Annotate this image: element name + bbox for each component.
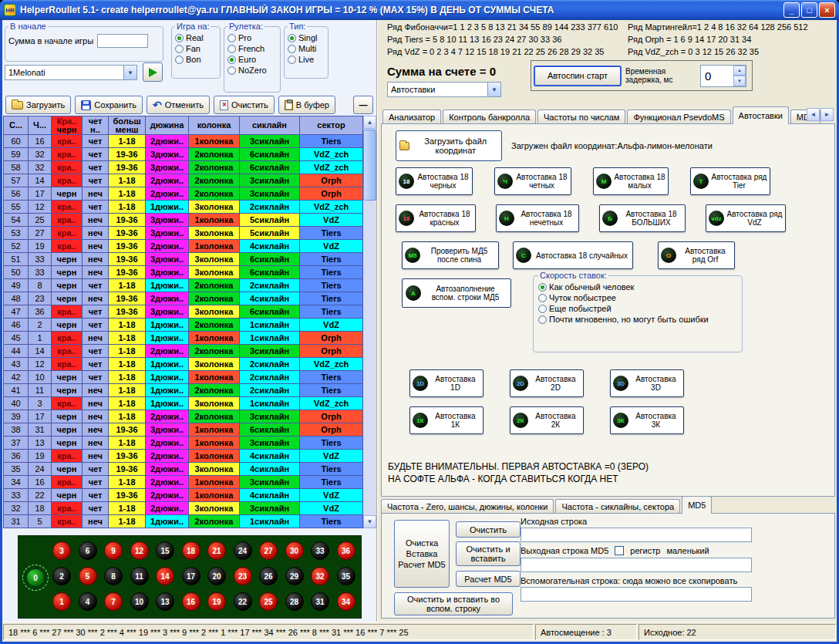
board-number-29[interactable]: 29 (285, 567, 304, 585)
board-number-28[interactable]: 28 (285, 592, 304, 611)
board-number-31[interactable]: 31 (311, 592, 329, 611)
board-number-15[interactable]: 15 (156, 541, 174, 560)
board-number-33[interactable]: 33 (311, 541, 329, 560)
radio-speed-option[interactable]: Еще побыстрей (538, 304, 737, 313)
board-number-9[interactable]: 9 (104, 541, 123, 560)
board-number-16[interactable]: 16 (182, 592, 200, 611)
board-number-36[interactable]: 36 (337, 541, 355, 560)
scroll-down-icon[interactable]: ▼ (363, 515, 376, 528)
autobet-button[interactable]: 3КАвтоставка 3К (610, 406, 684, 434)
radio-dot[interactable] (175, 56, 184, 64)
radio-dot[interactable] (288, 34, 296, 42)
radio-type-option[interactable]: Multi (288, 44, 325, 53)
board-number-22[interactable]: 22 (234, 592, 252, 611)
radio-game-option[interactable]: Fan (175, 44, 217, 53)
board-number-27[interactable]: 27 (259, 541, 278, 560)
board-number-3[interactable]: 3 (52, 541, 71, 560)
radio-dot[interactable] (227, 66, 236, 75)
autofill-md5-button[interactable]: A Автозаполнение вспом. строки МД5 (402, 278, 511, 308)
tab-scroll-right-icon[interactable]: ► (820, 108, 834, 121)
tab-Автоставки[interactable]: Автоставки (733, 106, 789, 124)
autobet-button[interactable]: МАвтоставка 18 малых (593, 167, 669, 195)
radio-game-option[interactable]: Bon (175, 55, 217, 64)
spinner-down-icon[interactable]: ▼ (733, 76, 746, 86)
radio-dot[interactable] (538, 294, 547, 302)
md5-helper-input[interactable] (521, 587, 752, 602)
board-number-34[interactable]: 34 (337, 592, 355, 611)
tab-Функционал PsevdoMS[interactable]: Функционал PsevdoMS (627, 110, 730, 124)
autobet-button[interactable]: ТАвтоставка ряд Tier (690, 167, 770, 195)
autobet-button[interactable]: 2DАвтоставка 2D (510, 369, 584, 397)
tab-Анализатор[interactable]: Анализатор (382, 110, 441, 124)
radio-dot[interactable] (538, 315, 547, 324)
autobet-button[interactable]: БАвтоставка 18 БОЛЬШИХ (599, 204, 686, 232)
autobet-button[interactable]: 1DАвтоставка 1D (409, 369, 484, 397)
radio-dot[interactable] (227, 45, 236, 53)
md5-source-input[interactable] (521, 528, 752, 542)
board-number-4[interactable]: 4 (79, 592, 97, 611)
autobet-button[interactable]: 1КАвтоставка 1К (409, 406, 484, 434)
board-number-11[interactable]: 11 (130, 567, 149, 585)
board-number-17[interactable]: 17 (182, 567, 200, 585)
tab-scroll-left-icon[interactable]: ◄ (807, 108, 820, 121)
collapse-button[interactable]: — (353, 96, 373, 114)
scrollbar-thumb[interactable] (363, 130, 376, 201)
scroll-up-icon[interactable]: ▲ (363, 116, 376, 129)
tab-Контроль банкролла[interactable]: Контроль банкролла (443, 110, 536, 124)
autobet-button[interactable]: 2КАвтоставка 2К (510, 406, 584, 434)
radio-type-option[interactable]: Live (288, 55, 325, 64)
board-number-18[interactable]: 18 (182, 541, 200, 560)
radio-dot[interactable] (538, 283, 547, 292)
autobets-select[interactable]: Автоставки ▼ (387, 82, 501, 97)
md5-clear-button[interactable]: Очистить (456, 521, 521, 538)
md5-output-input[interactable] (521, 558, 752, 572)
register-checkbox[interactable] (615, 546, 624, 555)
radio-speed-option[interactable]: Как обычный человек (538, 282, 737, 292)
md5-clear-insert-button[interactable]: Очистить и вставить во вспом. строку (394, 592, 513, 615)
radio-dot[interactable] (175, 45, 184, 53)
save-button[interactable]: Сохранить (75, 96, 143, 114)
profile-select[interactable]: 1Melonati ▼ (5, 65, 137, 80)
maximize-button[interactable]: □ (801, 2, 817, 18)
radio-wheel-option[interactable]: French (227, 44, 277, 53)
start-sum-input[interactable] (97, 34, 148, 48)
subtab-Частота - Zero, шансы, дюжины, колонки[interactable]: Частота - Zero, шансы, дюжины, колонки (381, 499, 554, 514)
radio-type-option[interactable]: Singl (288, 33, 325, 42)
board-number-35[interactable]: 35 (337, 567, 355, 585)
board-number-21[interactable]: 21 (207, 541, 226, 560)
folder-button[interactable]: Загрузить (5, 96, 71, 114)
board-number-12[interactable]: 12 (130, 541, 149, 560)
tab-Частоты по числам[interactable]: Частоты по числам (537, 110, 625, 124)
play-button[interactable] (143, 62, 163, 82)
board-number-30[interactable]: 30 (285, 541, 304, 560)
radio-wheel-option[interactable]: NoZero (227, 66, 277, 75)
board-number-13[interactable]: 13 (156, 592, 174, 611)
autobet-button[interactable]: САвтоставка 18 случайных (513, 241, 633, 269)
clear-button[interactable]: Очистить (214, 96, 275, 114)
radio-dot[interactable] (288, 56, 296, 64)
board-number-25[interactable]: 25 (259, 592, 278, 611)
minimize-button[interactable]: _ (783, 2, 800, 18)
load-coords-button[interactable]: Загрузить файл координат (396, 130, 502, 161)
radio-game-option[interactable]: Real (175, 33, 217, 42)
radio-dot[interactable] (538, 305, 547, 313)
board-number-10[interactable]: 10 (130, 592, 149, 611)
board-number-0[interactable]: 0 (26, 568, 45, 587)
autobet-button[interactable]: ОАвтоставка ряд Orf (658, 241, 735, 269)
undo-button[interactable]: ↶Отменить (147, 96, 210, 114)
radio-speed-option[interactable]: Почти мгновенно, но могут быть ошибки (538, 315, 737, 324)
delay-spinner[interactable]: 0 ▲ ▼ (700, 65, 746, 87)
board-number-8[interactable]: 8 (104, 567, 123, 585)
board-number-20[interactable]: 20 (207, 567, 226, 585)
board-number-14[interactable]: 14 (156, 567, 174, 585)
chevron-down-icon[interactable]: ▼ (123, 66, 136, 79)
radio-wheel-option[interactable]: Pro (227, 33, 277, 42)
md5-calc-button[interactable]: Расчет MD5 (456, 571, 521, 587)
autobet-button[interactable]: НАвтоставка 18 нечетных (496, 204, 579, 232)
board-number-2[interactable]: 2 (52, 567, 71, 585)
autobet-button[interactable]: 3DАвтоставка 3D (610, 369, 684, 397)
md5-clear-paste-button[interactable]: Очистить и вставить (456, 541, 521, 566)
board-number-19[interactable]: 19 (207, 592, 226, 611)
board-number-7[interactable]: 7 (104, 592, 123, 611)
chevron-down-icon[interactable]: ▼ (487, 83, 500, 96)
